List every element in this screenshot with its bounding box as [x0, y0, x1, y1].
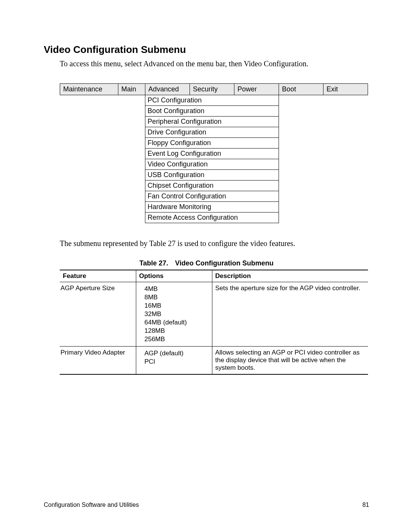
footer-page-number: 81	[362, 502, 369, 508]
feature-cell: AGP Aperture Size	[60, 282, 136, 347]
menubar-item-power: Power	[234, 84, 279, 95]
page-title: Video Configuration Submenu	[44, 44, 369, 56]
footer-left: Configuration Software and Utilities	[44, 502, 139, 508]
option-value: 16MB	[139, 302, 209, 310]
submenu-item: Chipset Configuration	[145, 181, 279, 191]
th-description: Description	[212, 270, 368, 282]
menubar-row: Maintenance Main Advanced Security Power…	[60, 84, 368, 95]
menubar-item-security: Security	[190, 84, 234, 95]
menubar-item-boot: Boot	[279, 84, 323, 95]
submenu-item: Remote Access Configuration	[145, 212, 279, 223]
options-cell: AGP (default) PCI	[136, 347, 212, 375]
option-value: AGP (default)	[139, 350, 209, 357]
th-options: Options	[136, 270, 212, 282]
table-row: AGP Aperture Size 4MB 8MB 16MB 32MB 64MB…	[60, 282, 368, 347]
submenu-item: Hardware Monitoring	[145, 202, 279, 212]
submenu-item: USB Configuration	[145, 170, 279, 181]
option-value: 256MB	[139, 335, 209, 343]
description-cell: Allows selecting an AGP or PCI video con…	[212, 347, 368, 375]
table-header-row: Feature Options Description	[60, 270, 368, 282]
submenu-item: Video Configuration	[145, 159, 279, 170]
option-value: 8MB	[139, 294, 209, 301]
intro-paragraph: To access this menu, select Advanced on …	[60, 59, 369, 68]
option-value: 4MB	[139, 285, 209, 293]
features-table: Feature Options Description AGP Aperture…	[60, 270, 368, 375]
submenu-item: Peripheral Configuration	[145, 117, 279, 127]
menubar-item-main: Main	[118, 84, 145, 95]
submenu-item: Drive Configuration	[145, 127, 279, 138]
option-value: 64MB (default)	[139, 319, 209, 326]
table-row: Primary Video Adapter AGP (default) PCI …	[60, 347, 368, 375]
option-value: PCI	[139, 358, 209, 366]
table-caption: Table 27. Video Configuration Submenu	[44, 259, 369, 267]
feature-cell: Primary Video Adapter	[60, 347, 136, 375]
page-footer: Configuration Software and Utilities 81	[44, 502, 369, 508]
menubar-item-exit: Exit	[323, 84, 368, 95]
option-value: 128MB	[139, 327, 209, 335]
submenu-item: Boot Configuration	[145, 106, 279, 117]
submenu-item: Event Log Configuration	[145, 149, 279, 159]
after-paragraph: The submenu represented by Table 27 is u…	[60, 239, 369, 248]
description-cell: Sets the aperture size for the AGP video…	[212, 282, 368, 347]
menubar-item-maintenance: Maintenance	[60, 84, 118, 95]
th-feature: Feature	[60, 270, 136, 282]
bios-menu-table: Maintenance Main Advanced Security Power…	[60, 83, 368, 223]
menubar-item-advanced: Advanced	[145, 84, 190, 95]
submenu-item: Floppy Configuration	[145, 138, 279, 149]
submenu-item: Fan Control Configuration	[145, 191, 279, 202]
option-value: 32MB	[139, 310, 209, 318]
submenu-item: PCI Configuration	[145, 95, 279, 106]
options-cell: 4MB 8MB 16MB 32MB 64MB (default) 128MB 2…	[136, 282, 212, 347]
